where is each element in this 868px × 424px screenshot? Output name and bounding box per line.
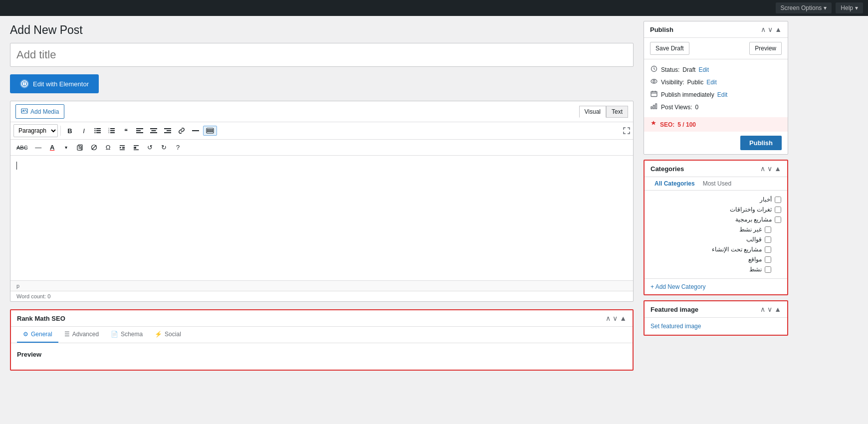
publish-toggle[interactable]: ▲ xyxy=(775,25,782,33)
tab-social[interactable]: ⚡ Social xyxy=(149,327,187,343)
bold-button[interactable]: B xyxy=(63,125,76,137)
editor-container: Add Media Visual Text Paragraph B I xyxy=(10,101,634,302)
category-checkbox[interactable] xyxy=(775,197,781,203)
visibility-edit-link[interactable]: Edit xyxy=(706,79,717,86)
rank-math-collapse-down[interactable]: ∨ xyxy=(613,314,618,322)
tab-advanced[interactable]: ☰ Advanced xyxy=(58,327,105,343)
save-draft-button[interactable]: Save Draft xyxy=(650,42,689,55)
blockquote-button[interactable]: ❝ xyxy=(119,125,132,137)
featured-image-collapse-up[interactable]: ∧ xyxy=(760,305,765,313)
redo-button[interactable]: ↻ xyxy=(158,142,171,153)
link-button[interactable] xyxy=(175,125,188,136)
category-checkbox[interactable] xyxy=(765,266,771,273)
categories-panel-header[interactable]: Categories ∧ ∨ ▲ xyxy=(645,161,787,177)
advanced-icon: ☰ xyxy=(64,331,70,338)
paragraph-select[interactable]: Paragraph xyxy=(13,124,58,137)
tab-text[interactable]: Text xyxy=(606,106,628,118)
post-views-label: Post Views: xyxy=(661,104,692,111)
preview-button[interactable]: Preview xyxy=(749,42,782,55)
svg-rect-7 xyxy=(96,132,101,133)
horizontal-rule-button[interactable]: — xyxy=(32,142,45,153)
edit-with-elementor-button[interactable]: Edit with Elementor xyxy=(10,74,99,93)
undo-button[interactable]: ↺ xyxy=(144,142,157,153)
screen-options-button[interactable]: Screen Options ▾ xyxy=(776,2,832,13)
strikethrough-button[interactable]: ABC xyxy=(13,143,31,153)
fullscreen-btn[interactable] xyxy=(623,127,630,134)
set-featured-image-link[interactable]: Set featured image xyxy=(645,318,787,335)
svg-point-0 xyxy=(21,81,27,87)
publish-collapse-down[interactable]: ∨ xyxy=(768,25,773,33)
publish-date-edit-link[interactable]: Edit xyxy=(717,91,728,98)
tab-general[interactable]: ⚙ General xyxy=(17,327,58,343)
paste-text-button[interactable] xyxy=(74,142,87,153)
editor-help-button[interactable]: ? xyxy=(172,142,185,153)
category-checkbox[interactable] xyxy=(765,236,771,243)
page-heading: Add New Post xyxy=(10,23,634,37)
categories-list: أخبار ثغرات واختراقات مشاريع برمجية غير … xyxy=(645,191,787,278)
categories-collapse-up[interactable]: ∧ xyxy=(760,165,765,173)
category-checkbox[interactable] xyxy=(765,256,771,263)
preview-label: Preview xyxy=(17,351,627,358)
publish-panel-header[interactable]: Publish ∧ ∨ ▲ xyxy=(644,21,788,38)
category-checkbox[interactable] xyxy=(765,246,771,253)
categories-toggle[interactable]: ▲ xyxy=(774,165,781,173)
text-cursor xyxy=(16,162,17,170)
social-icon: ⚡ xyxy=(155,331,162,338)
publish-button[interactable]: Publish xyxy=(740,136,782,150)
svg-text:3.: 3. xyxy=(108,131,110,134)
categories-collapse-down[interactable]: ∨ xyxy=(767,165,772,173)
editor-body[interactable] xyxy=(10,156,633,280)
indent-out-button[interactable] xyxy=(130,142,143,153)
add-category-section: + Add New Category xyxy=(645,278,787,294)
add-new-category-link[interactable]: + Add New Category xyxy=(651,283,705,290)
publish-collapse-up[interactable]: ∧ xyxy=(761,25,766,33)
rank-math-toggle[interactable]: ▲ xyxy=(620,314,627,322)
post-title-input[interactable] xyxy=(10,43,634,67)
visibility-value: Public xyxy=(687,79,703,86)
font-color-dropdown[interactable]: ▾ xyxy=(60,143,73,152)
ordered-list-button[interactable]: 1.2.3. xyxy=(105,125,118,136)
svg-point-9 xyxy=(94,130,95,131)
tab-most-used[interactable]: Most Used xyxy=(699,177,735,190)
rank-math-header[interactable]: Rank Math SEO ∧ ∨ ▲ xyxy=(11,310,633,327)
italic-button[interactable]: I xyxy=(77,125,90,137)
publish-panel-title: Publish xyxy=(650,26,673,33)
featured-image-title: Featured image xyxy=(651,306,698,313)
editor-top-bar: Add Media Visual Text xyxy=(10,101,633,122)
tab-schema[interactable]: 📄 Schema xyxy=(105,327,149,343)
add-media-button[interactable]: Add Media xyxy=(15,104,64,119)
svg-rect-40 xyxy=(120,149,125,150)
more-button[interactable] xyxy=(189,125,202,136)
unordered-list-button[interactable] xyxy=(91,125,104,136)
featured-image-collapse-down[interactable]: ∨ xyxy=(767,305,772,313)
tab-all-categories[interactable]: All Categories xyxy=(651,177,699,190)
list-item: مشاريع برمجية xyxy=(651,214,781,224)
add-media-icon xyxy=(21,107,28,116)
category-checkbox[interactable] xyxy=(775,216,781,223)
align-left-button[interactable] xyxy=(133,125,146,136)
category-checkbox[interactable] xyxy=(765,226,771,233)
list-item: مشاريع تحت الإنشاء xyxy=(651,244,781,254)
align-center-button[interactable] xyxy=(147,125,160,136)
tab-visual[interactable]: Visual xyxy=(579,106,606,118)
svg-rect-21 xyxy=(152,130,156,131)
remove-format-button[interactable] xyxy=(88,142,101,153)
elementor-icon xyxy=(20,79,29,88)
svg-rect-39 xyxy=(120,145,125,146)
editor-toolbar-row1: Paragraph B I 1.2.3. ❝ xyxy=(10,122,633,140)
font-color-button[interactable]: A xyxy=(46,142,59,153)
toolbar-separator xyxy=(60,126,61,136)
publish-panel: Publish ∧ ∨ ▲ Save Draft Preview Status:… xyxy=(644,21,788,155)
special-char-button[interactable]: Ω xyxy=(102,142,115,153)
status-edit-link[interactable]: Edit xyxy=(698,66,709,73)
featured-image-header[interactable]: Featured image ∧ ∨ ▲ xyxy=(645,301,787,318)
featured-image-toggle[interactable]: ▲ xyxy=(774,305,781,313)
help-button[interactable]: Help ▾ xyxy=(836,2,863,13)
keyboard-shortcuts-button[interactable] xyxy=(203,126,217,136)
align-right-button[interactable] xyxy=(161,125,174,136)
svg-rect-29 xyxy=(210,130,211,131)
indent-in-button[interactable] xyxy=(116,142,129,153)
svg-rect-30 xyxy=(212,130,213,131)
category-checkbox[interactable] xyxy=(775,207,781,213)
rank-math-collapse-up[interactable]: ∧ xyxy=(606,314,611,322)
